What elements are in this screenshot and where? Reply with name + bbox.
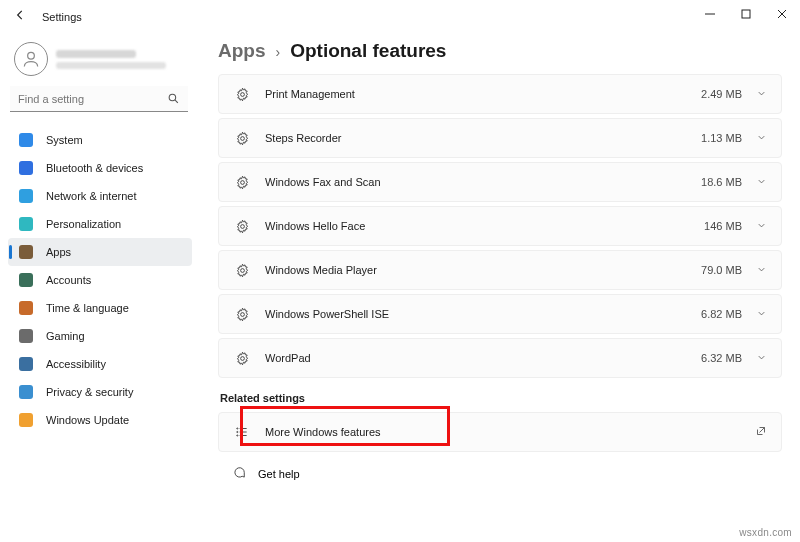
brush-icon <box>19 217 33 231</box>
gear-outline-icon <box>233 351 251 366</box>
game-icon <box>19 329 33 343</box>
open-external-icon <box>755 425 767 439</box>
sidebar-item-accessibility[interactable]: Accessibility <box>8 350 192 378</box>
chevron-down-icon <box>756 264 767 277</box>
feature-size: 146 MB <box>704 220 742 232</box>
account-name-blurred <box>56 50 166 69</box>
sidebar-item-label: Windows Update <box>46 414 129 426</box>
get-help-label: Get help <box>258 468 300 480</box>
sidebar-item-privacy[interactable]: Privacy & security <box>8 378 192 406</box>
feature-size: 6.82 MB <box>701 308 742 320</box>
feature-size: 79.0 MB <box>701 264 742 276</box>
close-button[interactable] <box>764 0 800 28</box>
svg-point-7 <box>240 92 244 96</box>
svg-point-14 <box>237 428 238 429</box>
svg-line-6 <box>175 100 178 103</box>
sidebar-item-personalization[interactable]: Personalization <box>8 210 192 238</box>
chevron-down-icon <box>756 352 767 365</box>
breadcrumb: Apps › Optional features <box>218 40 782 62</box>
feature-row[interactable]: Windows PowerShell ISE6.82 MB <box>218 294 782 334</box>
system-icon <box>19 133 33 147</box>
clock-icon <box>19 301 33 315</box>
feature-name: Windows Fax and Scan <box>265 176 701 188</box>
feature-size: 6.32 MB <box>701 352 742 364</box>
sidebar-item-label: Time & language <box>46 302 129 314</box>
sidebar: System Bluetooth & devices Network & int… <box>0 34 196 542</box>
gear-outline-icon <box>233 263 251 278</box>
feature-size: 2.49 MB <box>701 88 742 100</box>
feature-row[interactable]: WordPad6.32 MB <box>218 338 782 378</box>
sidebar-item-label: Apps <box>46 246 71 258</box>
sidebar-item-label: System <box>46 134 83 146</box>
accounts-icon <box>19 273 33 287</box>
svg-point-12 <box>240 312 244 316</box>
window-controls <box>692 0 800 28</box>
sidebar-item-network[interactable]: Network & internet <box>8 182 192 210</box>
list-icon <box>233 425 251 439</box>
gear-outline-icon <box>233 87 251 102</box>
svg-point-18 <box>237 435 238 436</box>
apps-icon <box>19 245 33 259</box>
gear-outline-icon <box>233 307 251 322</box>
feature-size: 18.6 MB <box>701 176 742 188</box>
shield-icon <box>19 385 33 399</box>
back-button[interactable] <box>10 8 30 26</box>
help-icon <box>232 466 246 482</box>
feature-name: Windows PowerShell ISE <box>265 308 701 320</box>
sidebar-item-update[interactable]: Windows Update <box>8 406 192 434</box>
minimize-button[interactable] <box>692 0 728 28</box>
get-help-link[interactable]: Get help <box>218 466 782 482</box>
gear-outline-icon <box>233 219 251 234</box>
feature-row[interactable]: Windows Fax and Scan18.6 MB <box>218 162 782 202</box>
close-icon <box>777 9 787 19</box>
feature-size: 1.13 MB <box>701 132 742 144</box>
gear-outline-icon <box>233 175 251 190</box>
chevron-down-icon <box>756 176 767 189</box>
sidebar-item-system[interactable]: System <box>8 126 192 154</box>
search-input[interactable] <box>10 86 188 112</box>
sidebar-item-label: Bluetooth & devices <box>46 162 143 174</box>
chevron-right-icon: › <box>276 44 281 60</box>
wifi-icon <box>19 189 33 203</box>
feature-row[interactable]: Print Management2.49 MB <box>218 74 782 114</box>
sidebar-item-label: Accessibility <box>46 358 106 370</box>
breadcrumb-parent[interactable]: Apps <box>218 40 266 62</box>
sidebar-item-label: Gaming <box>46 330 85 342</box>
feature-name: WordPad <box>265 352 701 364</box>
svg-point-11 <box>240 268 244 272</box>
arrow-left-icon <box>13 8 27 22</box>
chevron-down-icon <box>756 132 767 145</box>
minimize-icon <box>705 9 715 19</box>
sidebar-item-bluetooth[interactable]: Bluetooth & devices <box>8 154 192 182</box>
feature-row[interactable]: Windows Media Player79.0 MB <box>218 250 782 290</box>
chevron-down-icon <box>756 308 767 321</box>
gear-outline-icon <box>233 131 251 146</box>
feature-row[interactable]: Steps Recorder1.13 MB <box>218 118 782 158</box>
svg-point-8 <box>240 136 244 140</box>
watermark: wsxdn.com <box>739 527 792 538</box>
svg-point-13 <box>240 356 244 360</box>
maximize-button[interactable] <box>728 0 764 28</box>
title-bar: Settings <box>0 0 800 34</box>
sidebar-item-gaming[interactable]: Gaming <box>8 322 192 350</box>
sidebar-item-label: Privacy & security <box>46 386 133 398</box>
sidebar-item-label: Accounts <box>46 274 91 286</box>
svg-point-4 <box>28 52 35 59</box>
chevron-down-icon <box>756 220 767 233</box>
feature-name: Windows Hello Face <box>265 220 704 232</box>
sidebar-item-apps[interactable]: Apps <box>8 238 192 266</box>
sidebar-nav: System Bluetooth & devices Network & int… <box>8 126 192 434</box>
search-box[interactable] <box>10 86 188 112</box>
main-content: Apps › Optional features Print Managemen… <box>196 34 800 542</box>
account-header[interactable] <box>8 38 192 86</box>
more-windows-features-row[interactable]: More Windows features <box>218 412 782 452</box>
svg-point-9 <box>240 180 244 184</box>
feature-row[interactable]: Windows Hello Face146 MB <box>218 206 782 246</box>
svg-point-10 <box>240 224 244 228</box>
related-settings-header: Related settings <box>220 392 782 404</box>
window-title: Settings <box>42 11 82 23</box>
sidebar-item-time[interactable]: Time & language <box>8 294 192 322</box>
sidebar-item-label: Network & internet <box>46 190 136 202</box>
sidebar-item-accounts[interactable]: Accounts <box>8 266 192 294</box>
maximize-icon <box>741 9 751 19</box>
